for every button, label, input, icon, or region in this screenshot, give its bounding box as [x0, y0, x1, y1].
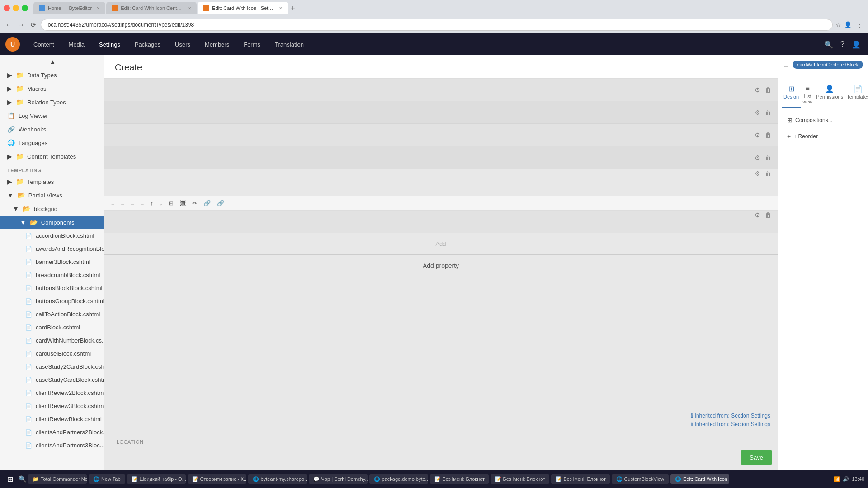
align-left-button[interactable]: ≡ — [109, 199, 117, 207]
taskbar-item-4[interactable]: 📝 Створити запис - К... — [188, 474, 246, 484]
scissors-button[interactable]: ✂ — [190, 199, 199, 207]
nav-content[interactable]: Content — [27, 38, 61, 52]
sidebar-item-webhooks[interactable]: 🔗 Webhooks — [0, 122, 104, 136]
tab-templates[interactable]: 📄 Templates — [845, 82, 868, 108]
compositions-button[interactable]: ⊞ Compositions... — [783, 114, 863, 127]
sidebar-collapse-button[interactable]: ▲ — [0, 55, 104, 68]
outdent-button[interactable]: ↓ — [158, 199, 165, 207]
nav-users[interactable]: Users — [169, 38, 197, 52]
link-button[interactable]: 🔗 — [202, 199, 212, 207]
image-button[interactable]: 🖼 — [178, 199, 188, 207]
delete-button[interactable]: 🗑 — [764, 108, 772, 117]
table-button[interactable]: ⊞ — [167, 199, 175, 207]
browser-tab-2[interactable]: Edit: Card With Icon Centered ✕ — [106, 2, 197, 14]
nav-translation[interactable]: Translation — [269, 38, 310, 52]
start-button[interactable]: ⊞ — [4, 473, 17, 485]
menu-button[interactable]: ⋮ — [854, 20, 864, 29]
back-button[interactable]: ← — [4, 20, 14, 29]
sidebar-item-macros[interactable]: ▶ 📁 Macros — [0, 82, 104, 95]
sidebar-item-log-viewer[interactable]: 📋 Log Viewer — [0, 109, 104, 122]
add-property-button[interactable]: Add property — [423, 262, 459, 269]
profile-button[interactable]: 👤 — [844, 21, 852, 28]
list-item[interactable]: 📄 clientsAndPartners3Bloc... — [0, 439, 104, 452]
list-item[interactable]: 📄 carouselBlock.cshtml — [0, 347, 104, 360]
taskbar-item-11[interactable]: 🌐 CustomBlockView — [612, 474, 669, 484]
taskbar-item-12[interactable]: 🌐 Edit: Card With Icon... — [670, 474, 729, 484]
nav-packages[interactable]: Packages — [128, 38, 167, 52]
settings-button[interactable]: ⚙ — [754, 169, 761, 178]
list-item[interactable]: 📄 clientReview3Block.cshtml — [0, 399, 104, 413]
list-item[interactable]: 📄 buttonsBlockBlock.cshtml — [0, 282, 104, 295]
tab-close-1[interactable]: ✕ — [96, 6, 100, 11]
sidebar-item-relation-types[interactable]: ▶ 📁 Relation Types — [0, 95, 104, 109]
user-profile-icon[interactable]: 👤 — [850, 38, 863, 51]
tab-design[interactable]: ⊞ Design — [782, 82, 801, 108]
taskbar-item-5[interactable]: 🌐 byteant-my.sharepo... — [248, 474, 307, 484]
taskbar-item-10[interactable]: 📝 Без імені: Блокнот — [551, 474, 610, 484]
save-button[interactable]: Save — [741, 450, 772, 465]
tab-permissions[interactable]: 👤 Permissions — [814, 82, 845, 108]
bookmark-button[interactable]: ☆ — [835, 21, 841, 28]
list-item[interactable]: 📄 caseStudy2CardBlock.csht... — [0, 360, 104, 373]
search-taskbar-button[interactable]: 🔍 — [19, 475, 26, 483]
tab-close-2[interactable]: ✕ — [188, 6, 191, 11]
settings-button[interactable]: ⚙ — [754, 211, 761, 220]
align-right-button[interactable]: ≡ — [129, 199, 136, 207]
indent-button[interactable]: ↑ — [148, 199, 155, 207]
tab-list-view[interactable]: ≡ List view — [801, 82, 814, 108]
sidebar-item-data-types[interactable]: ▶ 📁 Data Types — [0, 68, 104, 82]
close-window-button[interactable] — [4, 5, 10, 11]
tab-close-3[interactable]: ✕ — [279, 6, 283, 11]
forward-button[interactable]: → — [16, 20, 26, 29]
list-item[interactable]: 📄 banner3Block.cshtml — [0, 255, 104, 268]
taskbar-item-new-tab[interactable]: 🌐 New Tab — [89, 474, 125, 484]
maximize-window-button[interactable] — [22, 5, 28, 11]
nav-settings[interactable]: Settings — [93, 38, 127, 52]
delete-button[interactable]: 🗑 — [764, 169, 772, 178]
nav-members[interactable]: Members — [198, 38, 236, 52]
settings-button[interactable]: ⚙ — [754, 153, 761, 162]
link2-button[interactable]: 🔗 — [215, 199, 226, 207]
sidebar-item-components[interactable]: ▼ 📂 Components — [0, 216, 104, 229]
nav-media[interactable]: Media — [62, 38, 91, 52]
list-item[interactable]: 📄 caseStudyCardBlock.cshtml — [0, 373, 104, 386]
taskbar-item-9[interactable]: 📝 Без імені: Блокнот — [491, 474, 549, 484]
sidebar-item-content-templates[interactable]: ▶ 📁 Content Templates — [0, 150, 104, 163]
list-item[interactable]: 📄 clientReview2Block.cshtml — [0, 386, 104, 399]
list-item[interactable]: 📄 cardWithNumberBlock.cs... — [0, 334, 104, 347]
list-button[interactable]: ≡ — [139, 199, 146, 207]
settings-button[interactable]: ⚙ — [754, 108, 761, 117]
sidebar-item-templates[interactable]: ▶ 📁 Templates — [0, 175, 104, 188]
list-item[interactable]: 📄 awardsAndRecognitionBlo... — [0, 242, 104, 255]
delete-button[interactable]: 🗑 — [764, 85, 772, 94]
settings-button[interactable]: ⚙ — [754, 131, 761, 140]
list-item[interactable]: 📄 callToActionBlock.cshtml — [0, 308, 104, 321]
minimize-window-button[interactable] — [13, 5, 19, 11]
settings-button[interactable]: ⚙ — [754, 85, 761, 94]
new-tab-button[interactable]: + — [289, 4, 297, 12]
taskbar-item-3[interactable]: 📝 Швидкий набір - О... — [127, 474, 186, 484]
list-item[interactable]: 📄 cardBlock.cshtml — [0, 321, 104, 334]
browser-tab-3[interactable]: Edit: Card With Icon - Settings... ✕ — [198, 2, 288, 14]
address-bar[interactable]: localhost:44352/umbraco#/settings/docume… — [41, 19, 833, 31]
taskbar-item-6[interactable]: 💬 Чар | Serhi Demchy... — [309, 474, 368, 484]
delete-button[interactable]: 🗑 — [764, 211, 772, 220]
search-icon[interactable]: 🔍 — [822, 38, 835, 51]
help-icon[interactable]: ? — [839, 38, 846, 50]
list-item[interactable]: 📄 buttonsGroupBlock.cshtml — [0, 295, 104, 308]
list-item[interactable]: 📄 breadcrumbBlock.cshtml — [0, 268, 104, 282]
sidebar-item-blockgrid[interactable]: ▼ 📂 blockgrid — [0, 202, 104, 216]
align-center-button[interactable]: ≡ — [119, 199, 127, 207]
browser-tab-1[interactable]: Home — ByteEditor ✕ — [33, 2, 105, 14]
reorder-button[interactable]: + + Reorder — [783, 130, 863, 143]
taskbar-item-total-commander[interactable]: 📁 Total Commander Nex — [28, 474, 87, 484]
sidebar-item-partial-views[interactable]: ▼ 📂 Partial Views — [0, 188, 104, 202]
delete-button[interactable]: 🗑 — [764, 153, 772, 162]
nav-forms[interactable]: Forms — [237, 38, 267, 52]
taskbar-item-8[interactable]: 📝 Без імені: Блокнот — [430, 474, 489, 484]
reload-button[interactable]: ⟳ — [29, 20, 38, 29]
delete-button[interactable]: 🗑 — [764, 131, 772, 140]
taskbar-item-7[interactable]: 🌐 package.demo.byte... — [369, 474, 428, 484]
sidebar-item-languages[interactable]: 🌐 Languages — [0, 136, 104, 150]
list-item[interactable]: 📄 clientReviewBlock.cshtml — [0, 413, 104, 426]
